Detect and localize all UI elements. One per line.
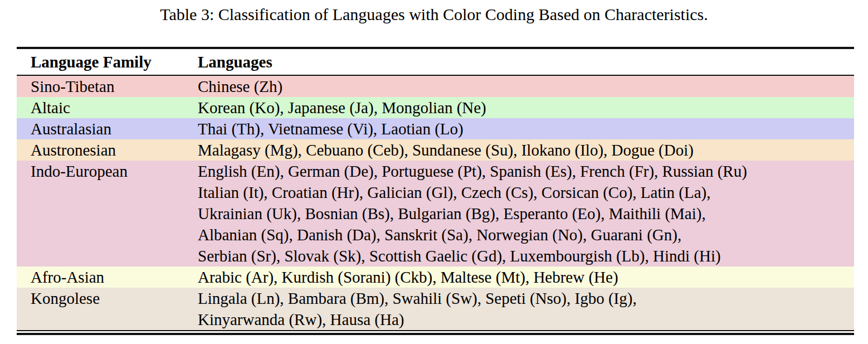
- languages-cell: Thai (Th), Vietnamese (Vi), Laotian (Lo): [198, 118, 854, 139]
- table-row: Kongolese Lingala (Ln), Bambara (Bm), Sw…: [17, 288, 854, 330]
- languages-line: Serbian (Sr), Slovak (Sk), Scottish Gael…: [198, 245, 850, 267]
- table-row: Afro-Asian Arabic (Ar), Kurdish (Sorani)…: [17, 267, 854, 288]
- family-cell: Kongolese: [17, 288, 198, 330]
- languages-cell: Lingala (Ln), Bambara (Bm), Swahili (Sw)…: [198, 288, 854, 330]
- languages-line: Arabic (Ar), Kurdish (Sorani) (Ckb), Mal…: [198, 267, 850, 288]
- family-cell: Afro-Asian: [17, 267, 198, 288]
- languages-line: Albanian (Sq), Danish (Da), Sanskrit (Sa…: [198, 224, 850, 245]
- languages-line: Ukrainian (Uk), Bosnian (Bs), Bulgarian …: [198, 203, 850, 224]
- table-row: Sino-Tibetan Chinese (Zh): [17, 76, 854, 97]
- family-cell: Altaic: [17, 97, 198, 118]
- family-cell: Austronesian: [17, 139, 198, 161]
- languages-cell: Arabic (Ar), Kurdish (Sorani) (Ckb), Mal…: [198, 267, 854, 288]
- family-cell: Australasian: [17, 118, 198, 139]
- table-row: Altaic Korean (Ko), Japanese (Ja), Mongo…: [17, 97, 854, 118]
- languages-table: Language Family Languages Sino-Tibetan C…: [17, 47, 854, 335]
- languages-line: Malagasy (Mg), Cebuano (Ceb), Sundanese …: [198, 139, 850, 161]
- col-header-language-family: Language Family: [17, 49, 198, 75]
- languages-line: Thai (Th), Vietnamese (Vi), Laotian (Lo): [198, 118, 850, 139]
- table-row: Austronesian Malagasy (Mg), Cebuano (Ceb…: [17, 139, 854, 161]
- table-caption: Table 3: Classification of Languages wit…: [0, 0, 868, 26]
- languages-line: English (En), German (De), Portuguese (P…: [198, 161, 850, 182]
- languages-cell: English (En), German (De), Portuguese (P…: [198, 161, 854, 267]
- languages-cell: Korean (Ko), Japanese (Ja), Mongolian (N…: [198, 97, 854, 118]
- family-cell: Indo-European: [17, 161, 198, 267]
- languages-line: Kinyarwanda (Rw), Hausa (Ha): [198, 309, 850, 330]
- languages-line: Korean (Ko), Japanese (Ja), Mongolian (N…: [198, 97, 850, 118]
- languages-cell: Chinese (Zh): [198, 76, 854, 97]
- table-row: Australasian Thai (Th), Vietnamese (Vi),…: [17, 118, 854, 139]
- bottom-rule: [17, 330, 854, 335]
- col-header-languages: Languages: [198, 49, 854, 75]
- languages-line: Lingala (Ln), Bambara (Bm), Swahili (Sw)…: [198, 288, 850, 309]
- languages-line: Chinese (Zh): [198, 76, 850, 97]
- family-cell: Sino-Tibetan: [17, 76, 198, 97]
- header-row: Language Family Languages: [17, 49, 854, 76]
- languages-line: Italian (It), Croatian (Hr), Galician (G…: [198, 182, 850, 203]
- languages-cell: Malagasy (Mg), Cebuano (Ceb), Sundanese …: [198, 139, 854, 161]
- table-row: Indo-European English (En), German (De),…: [17, 161, 854, 267]
